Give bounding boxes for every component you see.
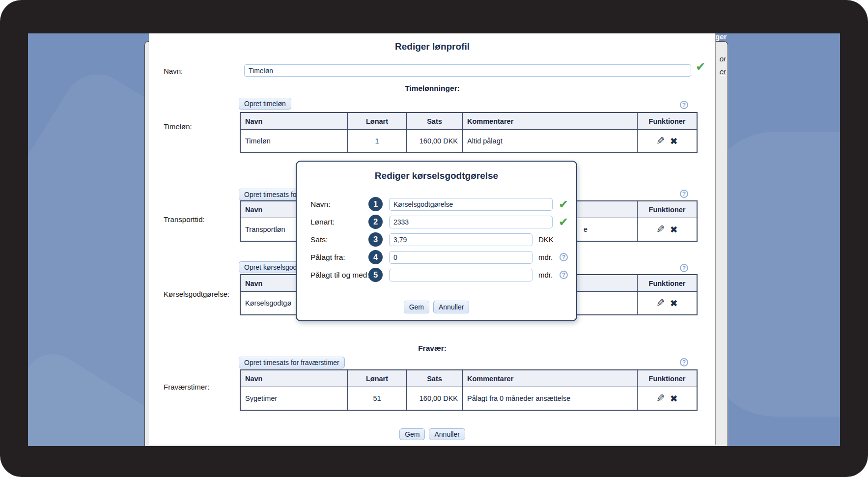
table-cell: 160,00 DKK (407, 387, 463, 410)
transporttid-section-label: Transporttid: (164, 215, 205, 224)
lonart-field[interactable] (389, 216, 553, 228)
table-cell: Timeløn (241, 130, 348, 152)
help-icon[interactable]: ? (680, 358, 688, 366)
step-5-badge: 5 (368, 268, 383, 282)
column-header: Kommentarer (463, 370, 638, 387)
step-3-badge: 3 (368, 232, 383, 247)
column-header: Lønart (348, 113, 407, 130)
help-icon[interactable]: ? (680, 264, 688, 272)
step-1-badge: 1 (368, 197, 383, 211)
timelon-table: Navn Lønart Sats Kommentarer Funktioner … (240, 112, 698, 153)
timelon-section-label: Timeløn: (164, 122, 192, 131)
help-icon[interactable]: ? (680, 101, 688, 109)
cancel-button[interactable]: Annuller (429, 428, 465, 440)
valid-check-icon: ✔ (696, 61, 705, 73)
help-icon[interactable]: ? (560, 253, 568, 261)
navn-label: Navn: (164, 67, 183, 75)
step-2-badge: 2 (368, 215, 383, 229)
comment-fragment: e (584, 225, 588, 233)
dialog-save-button[interactable]: Gem (404, 301, 429, 313)
valid-check-icon: ✔ (559, 198, 568, 210)
table-cell: Pålagt fra 0 måneder ansættelse (463, 387, 638, 410)
column-header: Sats (407, 113, 463, 130)
dialog-cancel-button[interactable]: Annuller (433, 301, 469, 313)
opret-korselsgodtgorelse-button[interactable]: Opret kørselsgod (239, 261, 302, 273)
field-label: Pålagt til og med: (310, 271, 368, 280)
dialog-field-navn: Navn: 1 ✔ (310, 197, 568, 211)
column-header: Lønart (348, 370, 407, 387)
screenshot-frame: ger or er Rediger lønprofil Navn: ✔ Time… (0, 0, 868, 477)
timelonninger-group-header: Timelønninger: (149, 84, 716, 93)
sats-field[interactable] (389, 233, 532, 246)
dialog-field-sats: Sats: 3 DKK (310, 232, 554, 247)
dialog-field-lonart: Lønart: 2 ✔ (310, 215, 568, 229)
column-header: Funktioner (638, 370, 697, 387)
opret-timesats-fravaer-button[interactable]: Opret timesats for fraværstimer (239, 357, 345, 368)
palagt-fra-field[interactable] (389, 251, 532, 264)
opret-timelon-button[interactable]: Opret timeløn (239, 98, 291, 110)
field-label: Pålagt fra: (310, 253, 368, 262)
korsel-section-label: Kørselsgodtgørelse: (164, 290, 229, 298)
occluded-window-title-fragment: ger (715, 32, 728, 41)
page-actions: Gem Annuller (149, 428, 716, 440)
help-icon[interactable]: ? (680, 190, 688, 198)
column-header: Funktioner (638, 275, 697, 292)
column-header: Funktioner (638, 113, 697, 130)
help-icon[interactable]: ? (560, 271, 568, 279)
edit-icon[interactable]: ✎ (656, 224, 665, 235)
delete-icon[interactable]: ✖ (670, 224, 678, 235)
table-cell: Altid pålagt (463, 130, 638, 152)
table-cell-actions: ✎ ✖ (638, 292, 697, 314)
palagt-til-field[interactable] (389, 269, 532, 281)
table-cell: 51 (348, 387, 407, 410)
table-cell-actions: ✎ ✖ (638, 130, 697, 152)
dialog-field-palagt-til: Pålagt til og med: 5 mdr. ? (310, 268, 568, 282)
column-header: Kommentarer (463, 113, 638, 130)
table-cell: 1 (348, 130, 407, 152)
unit-suffix: mdr. (538, 253, 553, 261)
navn-field[interactable] (389, 198, 553, 211)
column-header: Funktioner (638, 201, 697, 218)
save-button[interactable]: Gem (399, 428, 425, 440)
fravaer-group-header: Fravær: (149, 344, 716, 353)
column-header: Sats (407, 370, 463, 387)
fravaer-section-label: Fraværstimer: (164, 383, 209, 391)
currency-suffix: DKK (538, 235, 554, 244)
column-header: Navn (241, 113, 348, 130)
page-title: Rediger lønprofil (149, 41, 716, 52)
edit-icon[interactable]: ✎ (656, 297, 665, 309)
field-label: Navn: (310, 200, 368, 209)
delete-icon[interactable]: ✖ (670, 393, 678, 404)
fravaer-table: Navn Lønart Sats Kommentarer Funktioner … (240, 369, 698, 411)
table-cell-actions: ✎ ✖ (638, 218, 697, 241)
column-header: Navn (241, 370, 348, 387)
table-cell: 160,00 DKK (407, 130, 463, 152)
dialog-title: Rediger kørselsgodtgørelse (297, 170, 576, 181)
field-label: Sats: (310, 235, 368, 244)
navn-input[interactable] (244, 64, 691, 77)
step-4-badge: 4 (368, 250, 383, 264)
opret-timesats-transport-button[interactable]: Opret timesats fo (239, 189, 302, 200)
edit-icon[interactable]: ✎ (656, 135, 665, 147)
dialog-actions: Gem Annuller (297, 301, 576, 313)
dialog-field-palagt-fra: Pålagt fra: 4 mdr. ? (310, 250, 568, 264)
edit-icon[interactable]: ✎ (656, 393, 665, 404)
delete-icon[interactable]: ✖ (670, 136, 678, 146)
unit-suffix: mdr. (538, 271, 553, 279)
table-cell-actions: ✎ ✖ (638, 387, 697, 410)
valid-check-icon: ✔ (559, 216, 568, 228)
delete-icon[interactable]: ✖ (670, 298, 678, 309)
field-label: Lønart: (310, 218, 368, 226)
table-cell: Sygetimer (241, 387, 348, 410)
rediger-korselsgodtgorelse-dialog: Rediger kørselsgodtgørelse Navn: 1 ✔ Løn… (296, 161, 577, 321)
